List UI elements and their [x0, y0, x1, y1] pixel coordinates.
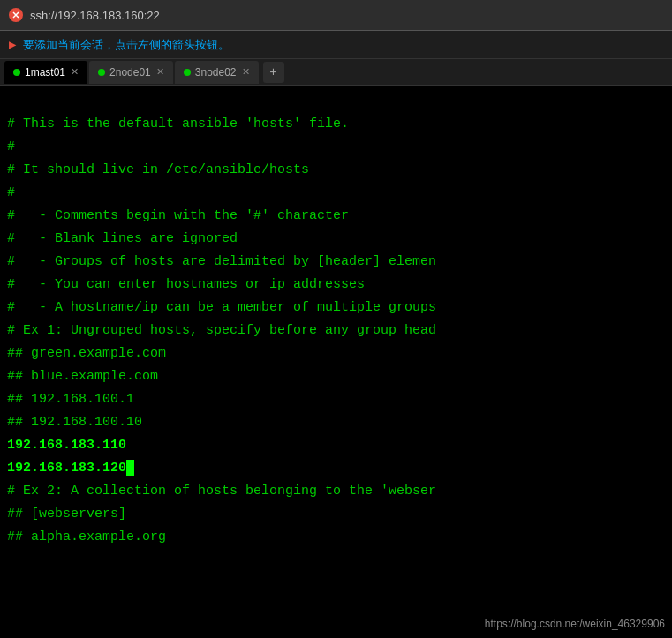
tab-node01[interactable]: 2 node01 ✕ [89, 61, 173, 84]
terminal-line-19: # Ex 2: A collection of hosts belonging … [0, 480, 672, 503]
terminal-line-22: ## alpha.example.org [0, 526, 672, 549]
tab-close-node02[interactable]: ✕ [242, 66, 250, 78]
tab-mast01[interactable]: 1 mast01 ✕ [4, 61, 87, 84]
terminal-line-17: 192.168.183.120 [0, 457, 672, 480]
terminal-line-6: # - Groups of hosts are delimited by [he… [0, 251, 672, 274]
terminal-line-3: # [0, 182, 672, 205]
status-bar: https://blog.csdn.net/weixin_46329906 [478, 610, 672, 638]
terminal-content[interactable]: # This is the default ansible 'hosts' fi… [0, 86, 672, 638]
terminal-line-15: ## 192.168.100.10 [0, 411, 672, 434]
terminal-line-16: 192.168.183.110 [0, 434, 672, 457]
terminal-line-7: # - You can enter hostnames or ip addres… [0, 274, 672, 296]
info-bar-text: 要添加当前会话，点击左侧的箭头按钮。 [23, 37, 230, 53]
tab-add-button[interactable]: + [263, 62, 284, 83]
tab-label-node01-num: 2 [109, 66, 116, 79]
title-bar-text: ssh://192.168.183.160:22 [30, 9, 160, 22]
terminal-line-10: # Ex 1: Ungrouped hosts, specify before … [0, 319, 672, 342]
tab-dot-node02 [184, 69, 191, 76]
tab-node02[interactable]: 3 node02 ✕ [175, 61, 259, 84]
tab-label-mast01-text: mast01 [31, 66, 65, 79]
tab-close-mast01[interactable]: ✕ [71, 66, 79, 78]
tab-bar: 1 mast01 ✕ 2 node01 ✕ 3 node02 ✕ + [0, 59, 672, 86]
terminal-line-0: # This is the default ansible 'hosts' fi… [0, 113, 672, 136]
terminal-line-4: # - Comments begin with the '#' characte… [0, 205, 672, 228]
terminal-line-5: # - Blank lines are ignored [0, 228, 672, 251]
terminal-line-8: # - A hostname/ip can be a member of mul… [0, 296, 672, 319]
terminal-cursor [126, 460, 134, 476]
terminal-line-1: # [0, 136, 672, 159]
tab-label-node02-num: 3 [195, 66, 201, 79]
tab-label-mast01: 1 [25, 66, 31, 79]
terminal-line-12: ## green.example.com [0, 342, 672, 365]
terminal-line-13: ## blue.example.com [0, 365, 672, 388]
tab-dot-node01 [98, 69, 105, 76]
tab-label-node02: node02 [200, 66, 236, 79]
info-bar: ▶ 要添加当前会话，点击左侧的箭头按钮。 [0, 31, 672, 59]
terminal-line-2: # It should live in /etc/ansible/hosts [0, 159, 672, 182]
title-bar-icon [9, 8, 23, 22]
terminal-line-14: ## 192.168.100.1 [0, 388, 672, 411]
terminal-line-21: ## [webservers] [0, 503, 672, 526]
tab-label-node01: node01 [116, 66, 151, 79]
title-bar: ssh://192.168.183.160:22 [0, 0, 672, 31]
tab-dot-mast01 [13, 69, 20, 76]
tab-close-node01[interactable]: ✕ [156, 66, 164, 78]
info-bar-arrow: ▶ [9, 37, 16, 52]
